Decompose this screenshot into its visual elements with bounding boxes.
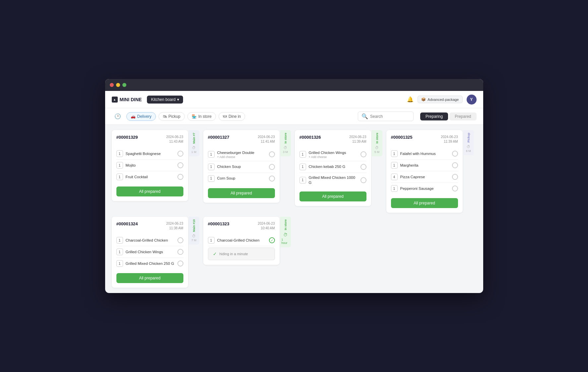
dinein-filter-button[interactable]: 🍽 Dine in [219, 112, 245, 121]
brand-name: MINI DINE [120, 97, 142, 102]
order-row-2: #00001324 2024-06-23 11:38 AM 1 Charcoal… [112, 217, 477, 288]
item-check[interactable] [269, 176, 275, 182]
order-id-1327: #00001327 [208, 135, 229, 140]
package-button[interactable]: 📦 Advanced-package [418, 96, 462, 103]
order-item: 1 Mojito [116, 160, 183, 171]
all-prepared-button-1329[interactable]: All prepared [116, 186, 183, 196]
all-prepared-button-1327[interactable]: All prepared [208, 188, 275, 198]
qty-badge: 1 [208, 164, 215, 170]
order-item: 1 Pepperoni Sausage [391, 183, 458, 194]
package-icon: 📦 [421, 97, 426, 102]
close-dot[interactable] [110, 83, 114, 87]
clock-icon: ⏱ [375, 146, 379, 150]
item-check[interactable] [360, 164, 366, 170]
order-item: 1 Grilled Mixed Chicken 250 G [116, 258, 183, 269]
qty-badge: 1 [116, 260, 123, 267]
card-header-1324: #00001324 2024-06-23 11:38 AM [116, 221, 183, 231]
order-item: 1 Grilled Chicken Wings [116, 246, 183, 258]
kitchen-board-button[interactable]: Kitchen board ▾ [147, 96, 183, 104]
instore-badge: In store [284, 133, 287, 144]
side-timer-1325: ⏱ 6 M [466, 145, 471, 153]
history-button[interactable]: 🕑 [112, 112, 124, 121]
item-check[interactable] [177, 162, 183, 168]
side-main-tag-1324: Main #10 [192, 219, 196, 232]
all-prepared-button-1326[interactable]: All prepared [299, 191, 366, 201]
side-timer-1324: ⏱ 7 M [191, 234, 196, 242]
search-input[interactable] [370, 114, 410, 119]
item-check[interactable] [177, 174, 183, 180]
package-label: Advanced-package [427, 98, 459, 102]
item-check[interactable] [452, 151, 458, 157]
qty-badge: 1 [116, 249, 123, 255]
side-timer-1326: ⏱ 5 M [374, 146, 379, 154]
side-info-1327: In store ⏱ 3 M [280, 130, 291, 156]
item-name: Charcoal-Grilled Chicken [217, 238, 266, 243]
clock-icon: ⏱ [467, 145, 470, 149]
qty-badge: 4 [391, 174, 398, 180]
item-check[interactable] [452, 186, 458, 191]
order-id-1326: #00001326 [299, 135, 321, 140]
item-check[interactable] [360, 151, 366, 157]
order-item: 1 Spaghetti Bolognese [116, 148, 183, 160]
item-check[interactable] [452, 174, 458, 180]
item-check[interactable] [452, 162, 458, 168]
item-check[interactable] [177, 249, 183, 255]
order-date-1329: 2024-06-23 11:43 AM [166, 135, 183, 144]
qty-badge: 1 [116, 174, 123, 180]
item-check[interactable] [177, 151, 183, 157]
qty-badge: 1 [116, 237, 123, 244]
qty-badge: 1 [116, 150, 123, 157]
order-card-1327: #00001327 2024-06-23 11:41 AM 1 Cheesebu… [203, 130, 280, 203]
qty-badge: 1 [208, 175, 215, 182]
qty-badge: 1 [391, 150, 398, 157]
order-item: 1 Chicken Soup [208, 161, 275, 173]
order-item: 4 Pizza Caprese [391, 171, 458, 183]
item-name: Cheeseburger Double [217, 150, 266, 155]
avatar[interactable]: Y [467, 95, 477, 105]
pickup-icon: 🛍 [163, 114, 167, 119]
item-name: Mojito [126, 163, 175, 168]
item-check[interactable] [360, 177, 366, 183]
tab-group: Preparing Prepared [420, 112, 476, 120]
item-name: Grilled Mixed Chicken 250 G [126, 261, 175, 266]
all-prepared-button-1325[interactable]: All prepared [391, 198, 458, 208]
order-item: 1 Grilled Mixed Chicken 1000 G [299, 173, 366, 187]
board: #00001329 2024-06-23 11:43 AM 1 Spaghett… [105, 125, 483, 293]
toolbar: 🕑 🚗 Delivery 🛍 Pickup 🏪 In store 🍽 Dine … [105, 108, 483, 125]
minimize-dot[interactable] [116, 83, 120, 87]
item-check[interactable] [269, 151, 275, 157]
order-date-1327: 2024-06-23 11:41 AM [258, 135, 275, 144]
pickup-filter-button[interactable]: 🛍 Pickup [159, 112, 185, 121]
delivery-filter-button[interactable]: 🚗 Delivery [126, 112, 156, 121]
order-item: 1 Charcoal-Grilled Chicken ✓ [208, 235, 275, 246]
item-check[interactable] [177, 260, 183, 266]
maximize-dot[interactable] [122, 83, 126, 87]
item-name: Grilled Chicken Wings [126, 250, 175, 255]
instore-filter-button[interactable]: 🏪 In store [187, 112, 216, 121]
qty-badge: 1 [208, 237, 215, 244]
notification-button[interactable]: 🔔 [407, 96, 414, 103]
item-name: Pizza Caprese [400, 175, 449, 180]
pickup-badge: Pickup [467, 133, 470, 143]
qty-badge: 1 [391, 162, 398, 169]
chevron-down-icon: ▾ [177, 97, 179, 102]
all-prepared-button-1324[interactable]: All prepared [116, 273, 183, 283]
order-item: 1 Grilled Chicken Wings + Add cheese [299, 148, 366, 161]
item-check[interactable] [269, 164, 275, 170]
order-date-1323: 2024-06-23 10:40 AM [258, 221, 275, 231]
order-id-1329: #00001329 [116, 135, 138, 140]
item-check-checked[interactable]: ✓ [269, 237, 275, 243]
prepared-tab[interactable]: Prepared [449, 112, 476, 120]
item-name-block: Cheeseburger Double + Add cheese [217, 150, 266, 159]
brand-icon: ▲ [112, 97, 118, 103]
preparing-tab[interactable]: Preparing [420, 112, 448, 120]
side-timer-1323: ⏱ 1 hour [282, 232, 290, 245]
dine-icon: 🍽 [223, 114, 227, 119]
qty-badge: 1 [116, 162, 123, 169]
side-info-1324: Main #10 ⏱ 7 M [189, 217, 199, 245]
order-group-1329: #00001329 2024-06-23 11:43 AM 1 Spaghett… [112, 130, 199, 213]
order-item: 1 Fruit Cocktail [116, 171, 183, 183]
item-check[interactable] [177, 237, 183, 243]
order-item: 1 Chicken kebab 250 G [299, 161, 366, 173]
qty-badge: 1 [391, 185, 398, 192]
